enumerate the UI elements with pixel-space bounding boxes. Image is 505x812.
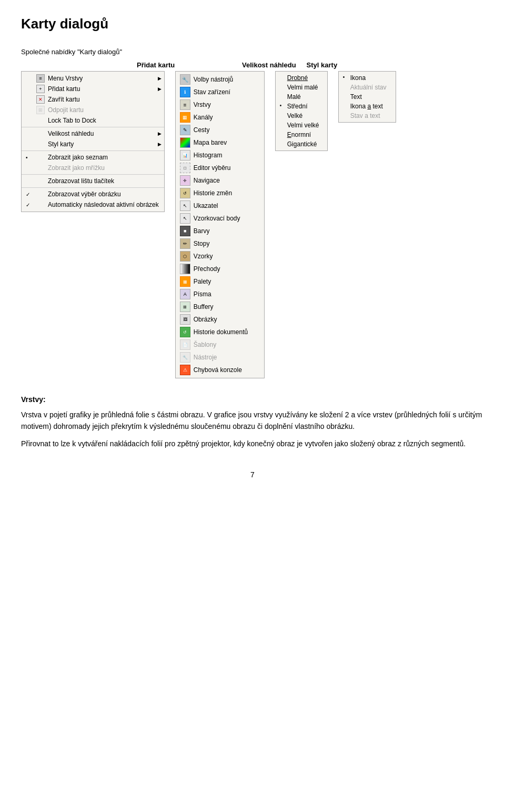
add-item-patterns[interactable]: ⬡ Vzorky <box>176 250 264 263</box>
add-item-doc-history[interactable]: ↺ Historie dokumentů <box>176 326 264 338</box>
add-item-selection-editor[interactable]: □ Editor výběru <box>176 162 264 174</box>
auto-follow-icon <box>36 201 45 209</box>
col-header-style: Styl karty <box>307 61 359 69</box>
menu-item-show-list[interactable]: • Zobrazit jako seznam <box>22 152 164 163</box>
colors-icon: ■ <box>180 226 190 236</box>
add-item-history[interactable]: ↺ Historie změn <box>176 187 264 199</box>
history-icon: ↺ <box>180 188 190 198</box>
size-item-enormous[interactable]: Enormní <box>276 130 327 139</box>
size-list: Drobné Velmi malé Malé • Střední Velké V… <box>275 71 328 151</box>
error-icon: ⚠ <box>180 365 190 375</box>
card-style-icon <box>36 140 45 148</box>
add-item-templates[interactable]: 📄 Šablony <box>176 338 264 351</box>
add-item-pointer[interactable]: ↖ Ukazatel <box>176 199 264 212</box>
add-item-device[interactable]: ℹ Stav zařízení <box>176 86 264 98</box>
add-item-images[interactable]: 🖼 Obrázky <box>176 313 264 326</box>
add-card-icon: + <box>36 85 45 93</box>
menu-item-close-card[interactable]: ✕ Zavřít kartu <box>22 94 164 105</box>
selection-editor-icon: □ <box>180 163 190 173</box>
style-item-icon[interactable]: • Ikona <box>339 73 396 83</box>
histogram-icon: 📊 <box>180 150 190 161</box>
menu-item-detach[interactable]: ⊞ Odpojit kartu <box>22 105 164 115</box>
add-item-gradients[interactable]: Přechody <box>176 263 264 275</box>
sample-icon: ↖ <box>180 213 190 224</box>
col-header-add: Přidat kartu <box>137 61 231 69</box>
body-paragraph-1: Vrstva v pojetí grafiky je průhledná fol… <box>21 409 484 433</box>
pointer-icon: ↖ <box>180 201 190 211</box>
add-item-navigation[interactable]: ✛ Navigace <box>176 174 264 187</box>
size-item-medium[interactable]: • Střední <box>276 102 327 111</box>
page-title: Karty dialogů <box>21 16 484 32</box>
menu-item-show-grid[interactable]: Zobrazit jako mřížku <box>22 163 164 173</box>
navigation-icon: ✛ <box>180 175 190 186</box>
style-item-current-state[interactable]: Aktuální stav <box>339 83 396 92</box>
menu-item-view-size[interactable]: Velikost náhledu <box>22 128 164 139</box>
menu-item-auto-follow[interactable]: ✓ Automaticky následovat aktivní obrázek <box>22 199 164 210</box>
colormap-icon <box>180 137 190 148</box>
add-item-tools2[interactable]: 🔧 Nástroje <box>176 351 264 364</box>
size-item-small[interactable]: Malé <box>276 92 327 102</box>
templates-icon: 📄 <box>180 339 190 350</box>
gradients-icon <box>180 264 190 274</box>
view-size-icon <box>36 129 45 138</box>
style-item-text[interactable]: Text <box>339 92 396 102</box>
channels-icon: ▦ <box>180 112 190 123</box>
add-item-palettes[interactable]: ▦ Palety <box>176 275 264 288</box>
layers-icon: ≡ <box>36 74 45 83</box>
brushes-icon: ✏ <box>180 238 190 249</box>
show-list-icon <box>36 153 45 162</box>
tools-icon: 🔧 <box>180 74 190 85</box>
size-item-gigantic[interactable]: Gigantické <box>276 139 327 149</box>
page-number: 7 <box>21 470 484 479</box>
tools2-icon: 🔧 <box>180 352 190 363</box>
add-item-channels[interactable]: ▦ Kanály <box>176 111 264 124</box>
add-item-tools[interactable]: 🔧 Volby nástrojů <box>176 73 264 86</box>
images-icon: 🖼 <box>180 314 190 325</box>
body-paragraph-2: Přirovnat to lze k vytváření nakládacích… <box>21 438 484 449</box>
add-card-list: 🔧 Volby nástrojů ℹ Stav zařízení ≡ Vrstv… <box>175 71 265 378</box>
add-item-brushes[interactable]: ✏ Stopy <box>176 237 264 250</box>
menu-item-add-card[interactable]: + Přidat kartu <box>22 84 164 94</box>
show-selection-icon <box>36 190 45 198</box>
palettes-icon: ▦ <box>180 276 190 287</box>
col-header-size: Velikost náhledu <box>242 61 296 69</box>
add-item-colors[interactable]: ■ Barvy <box>176 225 264 237</box>
add-item-layers[interactable]: ≡ Vrstvy <box>176 98 264 111</box>
add-item-sample[interactable]: ↖ Vzorkovací body <box>176 212 264 225</box>
menu-item-layers[interactable]: ≡ Menu Vrstvy <box>22 73 164 84</box>
close-card-icon: ✕ <box>36 95 45 104</box>
patterns-icon: ⬡ <box>180 251 190 262</box>
add-item-colormap[interactable]: Mapa barev <box>176 136 264 149</box>
fonts-icon: A <box>180 289 190 299</box>
menu-item-show-toolbar[interactable]: Zobrazovat lištu tlačítek <box>22 176 164 186</box>
common-menu: ≡ Menu Vrstvy + Přidat kartu ✕ Zavřít ka… <box>21 71 165 212</box>
buffers-icon: ⊞ <box>180 302 190 312</box>
layers2-icon: ≡ <box>180 99 190 110</box>
menu-item-card-style[interactable]: Styl karty <box>22 139 164 149</box>
device-icon: ℹ <box>180 87 190 97</box>
section-heading-layers: Vrstvy: <box>21 395 484 404</box>
add-item-buffers[interactable]: ⊞ Buffery <box>176 300 264 313</box>
add-item-histogram[interactable]: 📊 Histogram <box>176 149 264 162</box>
section-label: Společné nabídky "Karty dialogů" <box>21 48 484 56</box>
add-item-paths[interactable]: ✎ Cesty <box>176 124 264 136</box>
show-toolbar-icon <box>36 177 45 185</box>
style-item-icon-text[interactable]: Ikona a text <box>339 102 396 111</box>
size-item-very-large[interactable]: Velmi velké <box>276 121 327 130</box>
size-item-large[interactable]: Velké <box>276 111 327 121</box>
size-item-very-small[interactable]: Velmi malé <box>276 83 327 92</box>
paths-icon: ✎ <box>180 125 190 135</box>
add-item-fonts[interactable]: A Písma <box>176 288 264 300</box>
style-list: • Ikona Aktuální stav Text Ikona a text … <box>338 71 396 123</box>
doc-history-icon: ↺ <box>180 327 190 337</box>
detach-icon: ⊞ <box>36 106 45 114</box>
lock-icon <box>36 116 45 125</box>
add-item-error[interactable]: ⚠ Chybová konzole <box>176 364 264 376</box>
menu-item-show-selection[interactable]: ✓ Zobrazovat výběr obrázku <box>22 189 164 199</box>
size-item-tiny[interactable]: Drobné <box>276 73 327 83</box>
menu-item-lock-tab[interactable]: Lock Tab to Dock <box>22 115 164 126</box>
show-grid-icon <box>36 164 45 172</box>
style-item-state-text[interactable]: Stav a text <box>339 111 396 121</box>
